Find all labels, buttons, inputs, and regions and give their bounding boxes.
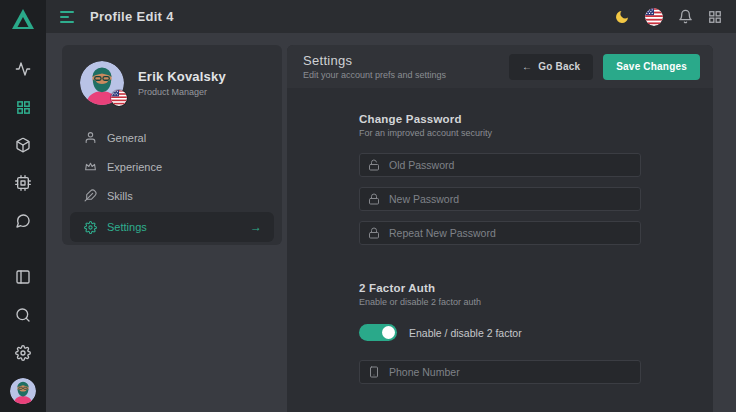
topbar: Profile Edit 4 — [46, 0, 736, 33]
settings-title: Settings — [303, 53, 446, 68]
dashboard-grid-icon[interactable] — [0, 88, 46, 126]
phone-number-field[interactable] — [359, 360, 641, 384]
moon-icon[interactable] — [614, 9, 630, 25]
repeat-password-input[interactable] — [389, 227, 632, 239]
arrow-left-icon: ← — [522, 61, 532, 72]
package-icon[interactable] — [0, 126, 46, 164]
profile-avatar — [80, 61, 124, 105]
phone-number-input[interactable] — [389, 366, 632, 378]
chat-bubble-icon[interactable] — [0, 202, 46, 240]
go-back-button[interactable]: ←Go Back — [509, 54, 593, 80]
profile-card: Erik Kovalsky Product Manager General Ex… — [62, 45, 282, 245]
toggle-label: Enable / disable 2 factor — [409, 327, 522, 339]
bell-icon[interactable] — [678, 9, 693, 24]
new-password-field[interactable] — [359, 187, 641, 211]
two-factor-section: 2 Factor Auth Enable or disable 2 factor… — [359, 282, 641, 384]
save-changes-button[interactable]: Save Changes — [603, 54, 700, 80]
profile-menu: General Experience Skills Settings → — [62, 123, 282, 242]
two-factor-toggle[interactable] — [359, 324, 397, 341]
us-flag-icon[interactable] — [645, 8, 663, 26]
left-rail — [0, 0, 46, 412]
menu-item-general[interactable]: General — [62, 123, 282, 152]
gear-icon — [84, 221, 97, 234]
gear-icon[interactable] — [0, 334, 46, 372]
main-area: Erik Kovalsky Product Manager General Ex… — [46, 33, 736, 412]
old-password-field[interactable] — [359, 153, 641, 177]
menu-item-settings[interactable]: Settings → — [70, 212, 274, 242]
old-password-input[interactable] — [389, 159, 632, 171]
apps-grid-icon[interactable] — [708, 10, 722, 24]
user-avatar[interactable] — [10, 378, 36, 404]
profile-role: Product Manager — [138, 87, 226, 97]
settings-subtitle: Edit your account prefs and settings — [303, 70, 446, 80]
lock-icon — [368, 227, 380, 239]
user-icon — [84, 131, 97, 144]
section-title: 2 Factor Auth — [359, 282, 641, 294]
avatar-flag-badge — [111, 90, 127, 106]
new-password-input[interactable] — [389, 193, 632, 205]
settings-body: Change Password For an improved account … — [287, 88, 713, 412]
repeat-password-field[interactable] — [359, 221, 641, 245]
settings-panel: Settings Edit your account prefs and set… — [287, 45, 713, 412]
menu-item-label: Settings — [107, 221, 147, 233]
menu-item-label: Experience — [107, 161, 162, 173]
menu-item-label: General — [107, 132, 146, 144]
hamburger-menu-icon[interactable] — [60, 11, 76, 23]
smartphone-icon — [368, 366, 380, 378]
feather-icon — [84, 189, 97, 202]
page-title: Profile Edit 4 — [90, 9, 174, 24]
lock-icon — [368, 193, 380, 205]
section-title: Change Password — [359, 113, 641, 125]
unlock-icon — [368, 159, 380, 171]
cpu-icon[interactable] — [0, 164, 46, 202]
change-password-section: Change Password For an improved account … — [359, 113, 641, 245]
menu-item-experience[interactable]: Experience — [62, 152, 282, 181]
section-subtitle: Enable or disable 2 factor auth — [359, 297, 641, 307]
app-logo-icon[interactable] — [11, 8, 35, 30]
arrow-right-icon: → — [250, 220, 262, 234]
search-icon[interactable] — [0, 296, 46, 334]
menu-item-skills[interactable]: Skills — [62, 181, 282, 210]
activity-icon[interactable] — [0, 50, 46, 88]
menu-item-label: Skills — [107, 190, 133, 202]
section-subtitle: For an improved account security — [359, 128, 641, 138]
profile-name: Erik Kovalsky — [138, 69, 226, 84]
crown-icon — [84, 160, 97, 173]
settings-header: Settings Edit your account prefs and set… — [287, 45, 713, 88]
layout-panel-icon[interactable] — [0, 258, 46, 296]
